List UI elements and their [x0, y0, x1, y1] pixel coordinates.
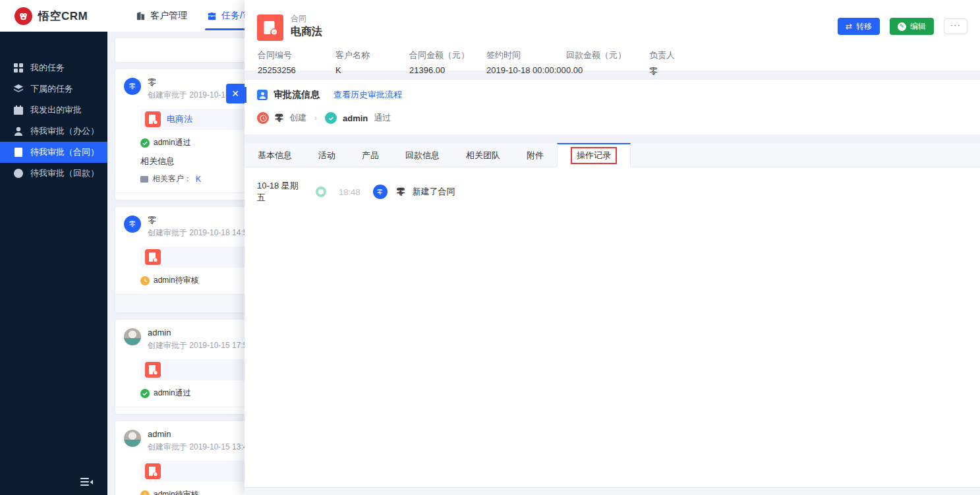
sidebar-item-label: 我的任务 [30, 62, 65, 74]
sidebar-item-label: 下属的任务 [30, 83, 73, 95]
detail-tabs-section: 基本信息 活动 产品 回款信息 相关团队 附件 操作记录 10-18 星期五 1… [245, 143, 980, 495]
flow-step-action: 创建 [289, 112, 306, 124]
sidebar-collapse-button[interactable] [78, 475, 94, 488]
sidebar-item-label: 待我审批（办公） [30, 125, 99, 137]
timeline-entry: 10-18 星期五 18:48 零 零 新建了合同 [245, 167, 980, 204]
flow-step-name: 零 [275, 112, 283, 124]
flow-section-header: 审批流信息 查看历史审批流程 [245, 88, 980, 101]
field-contract-amount: 合同金额（元） 21396.00 [409, 49, 486, 77]
sidebar-item-my-tasks[interactable]: 我的任务 [0, 57, 107, 78]
app-logo[interactable]: 悟空CRM [0, 7, 101, 25]
avatar [124, 430, 141, 447]
timeline-date: 10-18 星期五 [257, 180, 304, 204]
contract-icon [14, 148, 23, 157]
avatar [124, 328, 141, 345]
status-text: admin待审核 [154, 275, 199, 286]
passed-icon [140, 389, 150, 398]
building-icon [136, 11, 146, 21]
monkey-logo-icon [14, 7, 32, 25]
sidebar-item-label: 待我审批（合同） [30, 146, 99, 158]
sidebar-item-pending-office[interactable]: 待我审批（办公） [0, 121, 107, 142]
sidebar-item-label: 待我审批（回款） [30, 167, 99, 179]
timeline-user: 零 [397, 186, 405, 198]
related-customer-link[interactable]: K [196, 175, 201, 184]
avatar: 零 [373, 185, 388, 199]
customer-card-icon [140, 175, 148, 183]
clock-icon [257, 112, 269, 124]
contract-icon [145, 111, 161, 127]
layers-icon [14, 84, 23, 94]
page-title: 电商法 [291, 25, 322, 39]
sidebar-item-label: 我发出的审批 [30, 104, 82, 116]
passed-icon [140, 138, 150, 148]
tab-related-team[interactable]: 相关团队 [453, 143, 513, 167]
timeline-time: 18:48 [339, 187, 360, 197]
tab-operation-log[interactable]: 操作记录 [557, 143, 631, 167]
panel-footer [245, 487, 980, 495]
logo-text: 悟空CRM [38, 9, 88, 24]
nav-label: 客户管理 [150, 10, 187, 22]
pending-icon [140, 490, 150, 495]
transfer-button[interactable]: ⇄ 转移 [838, 18, 880, 35]
chevron-right-icon: › [314, 113, 317, 123]
approval-flow-section: 审批流信息 查看历史审批流程 零 创建 › admin 通过 [245, 80, 980, 134]
detail-header: 合同 电商法 合同编号 25253256 客户名称 K 合同金额（元） 2139… [245, 0, 980, 71]
check-icon [325, 112, 337, 124]
user-icon [14, 127, 23, 136]
flow-steps: 零 创建 › admin 通过 [245, 101, 980, 124]
calendar-check-icon [14, 105, 23, 115]
more-icon: ··· [950, 20, 961, 30]
tab-products[interactable]: 产品 [349, 143, 392, 167]
annotation-box: 操作记录 [571, 147, 617, 164]
collapse-icon [80, 477, 93, 487]
detail-actions: ⇄ 转移 ✎ 编辑 ··· [838, 18, 967, 35]
transfer-icon: ⇄ [846, 22, 852, 31]
field-payment-amount: 回款金额（元） 0.00 [566, 49, 649, 77]
field-contract-number: 合同编号 25253256 [258, 49, 335, 77]
sidebar-item-subordinate-tasks[interactable]: 下属的任务 [0, 78, 107, 100]
sidebar-item-pending-payment[interactable]: 待我审批（回款） [0, 163, 107, 184]
avatar: 零 [124, 216, 141, 233]
more-button[interactable]: ··· [944, 18, 967, 34]
tab-bar: 基本信息 活动 产品 回款信息 相关团队 附件 操作记录 [245, 143, 980, 167]
contract-icon [257, 15, 283, 41]
record-type-label: 合同 [291, 15, 322, 23]
avatar: 零 [124, 78, 141, 95]
contract-icon [145, 463, 161, 479]
flow-section-title: 审批流信息 [274, 89, 320, 101]
edit-button[interactable]: ✎ 编辑 [890, 18, 934, 35]
tab-attachments[interactable]: 附件 [513, 143, 557, 167]
timeline-dot-icon [316, 187, 326, 197]
nav-customer-management[interactable]: 客户管理 [126, 0, 197, 32]
contract-detail-panel: ✕ 合同 电商法 合同编号 25253256 客户名称 K 合同金额（元） 2 [245, 0, 980, 495]
sidebar-menu: 我的任务 下属的任务 我发出的审批 待我审批（办公） 待我审批（合同） 待我审批… [0, 57, 107, 184]
grid-icon [14, 63, 23, 73]
contract-link[interactable]: 电商法 [167, 113, 192, 125]
flow-step-action: 通过 [374, 112, 391, 124]
operation-log-content: 10-18 星期五 18:48 零 零 新建了合同 [245, 167, 980, 487]
sidebar-item-my-sent-approvals[interactable]: 我发出的审批 [0, 100, 107, 121]
detail-fields: 合同编号 25253256 客户名称 K 合同金额（元） 21396.00 签约… [258, 49, 967, 77]
status-text: admin待审核 [154, 489, 199, 495]
flow-step-name: admin [343, 113, 368, 123]
history-flow-link[interactable]: 查看历史审批流程 [333, 89, 402, 101]
close-panel-button[interactable]: ✕ [226, 84, 245, 103]
edit-icon: ✎ [898, 22, 906, 31]
sidebar: 我的任务 下属的任务 我发出的审批 待我审批（办公） 待我审批（合同） 待我审批… [0, 32, 107, 495]
field-sign-time: 签约时间 2019-10-18 00:00:00 [486, 49, 566, 77]
coin-icon [14, 169, 23, 178]
tab-basic-info[interactable]: 基本信息 [245, 143, 305, 167]
status-text: admin通过 [154, 137, 191, 148]
contract-icon [145, 249, 161, 265]
status-text: admin通过 [154, 388, 191, 399]
tab-payment-info[interactable]: 回款信息 [392, 143, 453, 167]
sidebar-item-pending-contract[interactable]: 待我审批（合同） [0, 142, 107, 163]
related-customer-label: 相关客户： [152, 173, 192, 185]
flow-user-icon [257, 90, 268, 100]
contract-icon [145, 362, 161, 378]
pending-icon [140, 276, 150, 285]
field-owner: 负责人 零 [649, 49, 675, 77]
tab-activity[interactable]: 活动 [305, 143, 349, 167]
close-icon: ✕ [231, 88, 239, 99]
briefcase-icon [207, 11, 217, 21]
